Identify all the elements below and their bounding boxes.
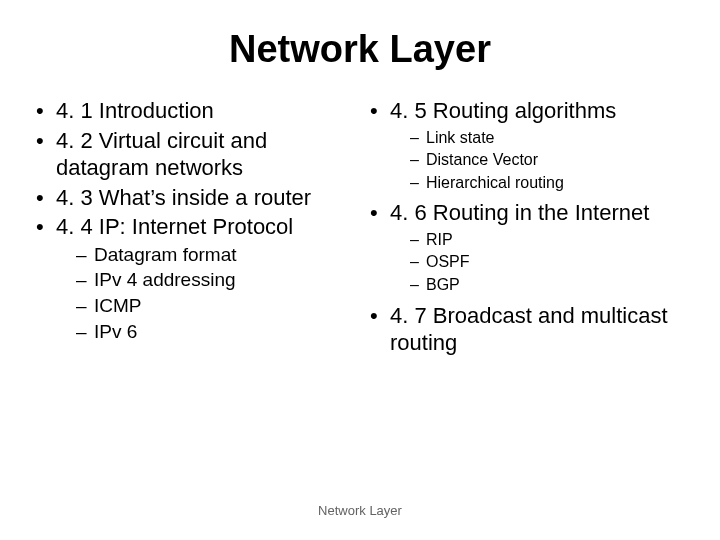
list-item: – BGP — [410, 274, 684, 296]
item-text: OSPF — [426, 251, 684, 273]
right-column: • 4. 5 Routing algorithms – Link state –… — [370, 97, 684, 359]
dash-icon: – — [410, 172, 426, 194]
bullet-icon: • — [36, 213, 56, 241]
item-text: 4. 4 IP: Internet Protocol — [56, 213, 350, 241]
list-item: • 4. 5 Routing algorithms — [370, 97, 684, 125]
item-text: 4. 7 Broadcast and multicast routing — [390, 302, 684, 357]
dash-icon: – — [76, 294, 94, 319]
dash-icon: – — [410, 127, 426, 149]
bullet-icon: • — [36, 184, 56, 212]
bullet-icon: • — [370, 302, 390, 330]
list-item: • 4. 2 Virtual circuit and datagram netw… — [36, 127, 350, 182]
dash-icon: – — [76, 268, 94, 293]
list-item: – RIP — [410, 229, 684, 251]
content-columns: • 4. 1 Introduction • 4. 2 Virtual circu… — [36, 97, 684, 359]
item-text: ICMP — [94, 294, 350, 319]
item-text: 4. 1 Introduction — [56, 97, 350, 125]
dash-icon: – — [410, 229, 426, 251]
list-item: – Hierarchical routing — [410, 172, 684, 194]
page-title: Network Layer — [36, 28, 684, 71]
dash-icon: – — [76, 243, 94, 268]
list-item: • 4. 6 Routing in the Internet — [370, 199, 684, 227]
list-item: – IPv 6 — [76, 320, 350, 345]
item-text: Datagram format — [94, 243, 350, 268]
list-item: – Datagram format — [76, 243, 350, 268]
item-text: 4. 2 Virtual circuit and datagram networ… — [56, 127, 350, 182]
item-text: 4. 6 Routing in the Internet — [390, 199, 684, 227]
list-item: – Distance Vector — [410, 149, 684, 171]
item-text: 4. 5 Routing algorithms — [390, 97, 684, 125]
item-text: 4. 3 What’s inside a router — [56, 184, 350, 212]
bullet-icon: • — [370, 97, 390, 125]
list-item: • 4. 7 Broadcast and multicast routing — [370, 302, 684, 357]
dash-icon: – — [410, 251, 426, 273]
item-text: BGP — [426, 274, 684, 296]
item-text: Link state — [426, 127, 684, 149]
dash-icon: – — [410, 274, 426, 296]
slide: Network Layer • 4. 1 Introduction • 4. 2… — [0, 0, 720, 540]
list-item: – ICMP — [76, 294, 350, 319]
list-item: • 4. 1 Introduction — [36, 97, 350, 125]
list-item: – OSPF — [410, 251, 684, 273]
bullet-icon: • — [36, 127, 56, 155]
dash-icon: – — [76, 320, 94, 345]
sub-list: – RIP – OSPF – BGP — [410, 229, 684, 296]
left-column: • 4. 1 Introduction • 4. 2 Virtual circu… — [36, 97, 350, 359]
sub-list: – Datagram format – IPv 4 addressing – I… — [76, 243, 350, 345]
item-text: IPv 4 addressing — [94, 268, 350, 293]
sub-list: – Link state – Distance Vector – Hierarc… — [410, 127, 684, 194]
item-text: RIP — [426, 229, 684, 251]
bullet-icon: • — [370, 199, 390, 227]
item-text: Hierarchical routing — [426, 172, 684, 194]
slide-footer: Network Layer — [0, 503, 720, 518]
item-text: Distance Vector — [426, 149, 684, 171]
list-item: • 4. 4 IP: Internet Protocol — [36, 213, 350, 241]
item-text: IPv 6 — [94, 320, 350, 345]
list-item: – IPv 4 addressing — [76, 268, 350, 293]
dash-icon: – — [410, 149, 426, 171]
bullet-icon: • — [36, 97, 56, 125]
list-item: – Link state — [410, 127, 684, 149]
list-item: • 4. 3 What’s inside a router — [36, 184, 350, 212]
